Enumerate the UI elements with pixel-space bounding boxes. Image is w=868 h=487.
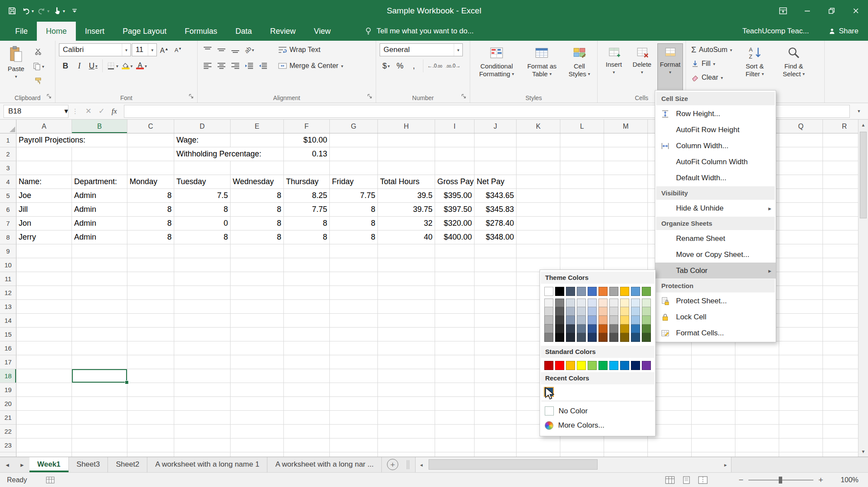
cell-E22[interactable] [231,425,284,438]
cell-O24[interactable] [692,452,735,457]
cell-I2[interactable] [435,147,475,161]
column-header-I[interactable]: I [435,120,475,133]
cell-B22[interactable] [72,425,127,438]
menu-item-format-cells[interactable]: Format Cells... [655,325,776,341]
macro-record-button[interactable] [46,477,55,484]
cell-J13[interactable] [475,300,517,314]
cell-H15[interactable] [378,328,435,341]
theme-color-swatch[interactable] [631,287,640,296]
cell-O20[interactable] [692,397,735,411]
cell-Q3[interactable] [779,161,823,175]
cell-C12[interactable] [127,286,174,300]
cell-B16[interactable] [72,341,127,355]
cell-G4[interactable]: Friday [330,175,378,189]
column-header-B[interactable]: B [72,120,127,133]
cell-D15[interactable] [174,328,231,341]
menu-item-lock-cell[interactable]: Lock Cell [655,309,776,325]
cell-G7[interactable]: 8 [330,217,378,231]
cell-Q18[interactable] [779,369,823,383]
cell-E6[interactable]: 8 [231,203,284,217]
cell-F14[interactable] [284,314,330,328]
tab-view[interactable]: View [305,22,340,41]
cell-R13[interactable] [823,300,858,314]
row-header-2[interactable]: 2 [0,147,16,161]
zoom-out-button[interactable]: − [735,475,747,485]
cell-I16[interactable] [435,341,475,355]
cell-H4[interactable]: Total Hours [378,175,435,189]
theme-shade-swatch[interactable] [577,325,586,333]
clear-button[interactable]: Clear▾ [689,71,734,84]
tab-data[interactable]: Data [226,22,261,41]
cell-R15[interactable] [823,328,858,341]
cell-Q1[interactable] [779,133,823,147]
tab-page-layout[interactable]: Page Layout [114,22,176,41]
decrease-decimal-button[interactable]: .00.0→ [445,59,462,72]
menu-item-tab-color[interactable]: Tab Color▸ [655,263,776,279]
cell-G24[interactable] [330,452,378,457]
zoom-level[interactable]: 100% [831,476,858,484]
theme-shade-swatch[interactable] [642,316,651,325]
theme-shade-swatch[interactable] [555,333,564,342]
cell-H11[interactable] [378,272,435,286]
cell-E21[interactable] [231,411,284,425]
scroll-up-arrow-icon[interactable]: ▴ [858,120,868,130]
theme-shade-swatch[interactable] [598,325,608,333]
cell-E18[interactable] [231,369,284,383]
theme-shade-swatch[interactable] [609,333,618,342]
underline-button[interactable]: U▾ [87,59,100,72]
page-break-preview-button[interactable] [696,475,709,485]
cell-A16[interactable] [16,341,72,355]
cell-A24[interactable] [16,452,72,457]
cell-D23[interactable] [174,438,231,452]
cell-H19[interactable] [378,383,435,397]
cell-Q16[interactable] [779,341,823,355]
cell-A17[interactable] [16,355,72,369]
cell-R1[interactable] [823,133,858,147]
cell-Q13[interactable] [779,300,823,314]
cell-J4[interactable]: Net Pay [475,175,517,189]
column-header-M[interactable]: M [604,120,648,133]
cell-C24[interactable] [127,452,174,457]
cell-H6[interactable]: 39.75 [378,203,435,217]
horizontal-scrollbar[interactable]: ◂ ▸ [415,457,731,472]
cell-I7[interactable]: $320.00 [435,217,475,231]
cell-F3[interactable] [284,161,330,175]
cell-C17[interactable] [127,355,174,369]
row-header-20[interactable]: 20 [0,397,16,411]
cell-P20[interactable] [735,397,779,411]
scroll-left-arrow-icon[interactable]: ◂ [416,462,427,468]
menu-item-default-width[interactable]: Default Width... [655,170,776,186]
cell-E5[interactable]: 8 [231,189,284,203]
theme-shade-swatch[interactable] [577,307,586,316]
cell-F17[interactable] [284,355,330,369]
format-cells-menu-button[interactable]: Format ▾ [657,43,683,91]
formula-bar-handle[interactable]: ⋮ [72,107,78,115]
cell-J16[interactable] [475,341,517,355]
cell-J14[interactable] [475,314,517,328]
cell-Q17[interactable] [779,355,823,369]
find-select-button[interactable]: Find & Select▾ [776,43,812,91]
number-dialog-launcher[interactable] [461,93,468,100]
cell-I24[interactable] [435,452,475,457]
column-header-F[interactable]: F [284,120,330,133]
cell-L23[interactable] [560,438,604,452]
cell-P16[interactable] [735,341,779,355]
theme-shade-swatch[interactable] [598,316,608,325]
cell-K8[interactable] [517,231,560,244]
cell-Q4[interactable] [779,175,823,189]
cell-K2[interactable] [517,147,560,161]
cell-J5[interactable]: $343.65 [475,189,517,203]
cell-L2[interactable] [560,147,604,161]
theme-shade-swatch[interactable] [642,299,651,307]
row-header-14[interactable]: 14 [0,314,16,328]
zoom-in-button[interactable]: + [815,475,826,485]
cell-G1[interactable] [330,133,378,147]
cell-G11[interactable] [330,272,378,286]
cell-R24[interactable] [823,452,858,457]
theme-shade-swatch[interactable] [566,307,575,316]
cell-R10[interactable] [823,258,858,272]
cell-C11[interactable] [127,272,174,286]
cell-C3[interactable] [127,161,174,175]
cell-H14[interactable] [378,314,435,328]
cell-R18[interactable] [823,369,858,383]
